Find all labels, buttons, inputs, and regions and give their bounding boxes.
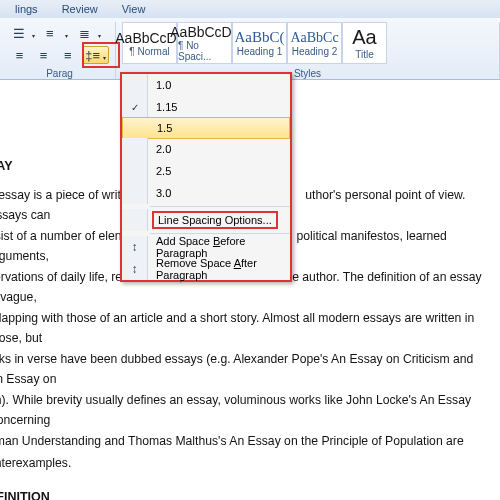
- paragraph-group: ☰▾ ≡▾ ≣▾ ≡ ≡ ≡ ‡≡▾ Parag: [4, 22, 116, 79]
- spacing-1-0[interactable]: 1.0: [122, 74, 290, 96]
- style-heading2[interactable]: AaBbCc Heading 2: [287, 22, 342, 64]
- remove-space-after[interactable]: ↕ Remove Space After Paragraph: [122, 258, 290, 280]
- spacing-2-5[interactable]: 2.5: [122, 160, 290, 182]
- group-label-paragraph: Parag: [4, 68, 115, 79]
- space-before-icon: ↕: [132, 240, 138, 254]
- heading-definition: EFINITION: [0, 487, 490, 500]
- styles-group: AaBbCcDc ¶ Normal AaBbCcDc ¶ No Spaci...…: [116, 22, 500, 79]
- menu-separator: [150, 206, 290, 207]
- space-after-icon: ↕: [132, 262, 138, 276]
- line-spacing-button[interactable]: ‡≡▾: [82, 46, 109, 64]
- numbering-button[interactable]: ≡▾: [43, 24, 71, 42]
- style-normal[interactable]: AaBbCcDc ¶ Normal: [122, 22, 177, 64]
- multilevel-button[interactable]: ≣▾: [76, 24, 104, 42]
- bullets-button[interactable]: ☰▾: [10, 24, 38, 42]
- body-text: an). While brevity usually defines an es…: [0, 391, 490, 430]
- spacing-1-15[interactable]: ✓ 1.15: [122, 96, 290, 118]
- body-text: erlapping with those of an article and a…: [0, 309, 490, 348]
- tab-view[interactable]: View: [122, 3, 146, 15]
- align-left-button[interactable]: ≡: [10, 46, 29, 64]
- style-heading1[interactable]: AaBbC( Heading 1: [232, 22, 287, 64]
- align-center-button[interactable]: ≡: [34, 46, 53, 64]
- line-spacing-menu: 1.0 ✓ 1.15 1.5 2.0 2.5 3.0 Line Spacing …: [120, 72, 292, 282]
- menu-separator: [150, 233, 290, 234]
- align-right-button[interactable]: ≡: [58, 46, 77, 64]
- spacing-1-5[interactable]: 1.5: [122, 117, 290, 139]
- spacing-2-0[interactable]: 2.0: [122, 138, 290, 160]
- add-space-before[interactable]: ↕ Add Space Before Paragraph: [122, 236, 290, 258]
- ribbon: ☰▾ ≡▾ ≣▾ ≡ ≡ ≡ ‡≡▾ Parag AaBbCcDc ¶ Norm…: [0, 18, 500, 80]
- style-title[interactable]: Aa Title: [342, 22, 387, 64]
- body-text: orks in verse have been dubbed essays (e…: [0, 350, 490, 389]
- spacing-3-0[interactable]: 3.0: [122, 182, 290, 204]
- body-text: uman Understanding and Thomas Malthus's …: [0, 432, 490, 452]
- tab-review[interactable]: Review: [62, 3, 98, 15]
- style-no-spacing[interactable]: AaBbCcDc ¶ No Spaci...: [177, 22, 232, 64]
- check-icon: ✓: [131, 102, 139, 113]
- tab-mailings[interactable]: lings: [15, 3, 38, 15]
- line-spacing-options[interactable]: Line Spacing Options...: [122, 209, 290, 231]
- body-text: unterexamples.: [0, 454, 490, 474]
